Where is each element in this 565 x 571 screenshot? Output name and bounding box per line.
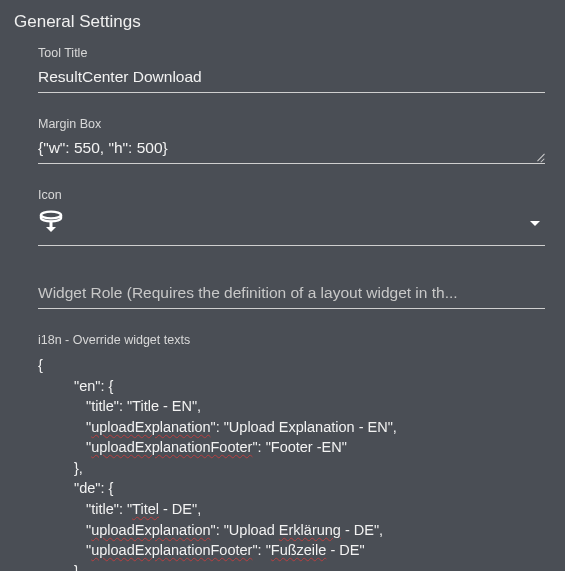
tool-title-label: Tool Title <box>38 46 545 60</box>
widget-role-input[interactable] <box>38 280 545 309</box>
panel-title: General Settings <box>14 8 551 32</box>
margin-box-input[interactable] <box>38 135 545 164</box>
chevron-down-icon <box>529 220 541 228</box>
i18n-label: i18n - Override widget texts <box>38 333 545 347</box>
settings-form: Tool Title Margin Box Icon <box>14 46 551 571</box>
i18n-textarea[interactable]: {"en": { "title": "Title - EN", "uploadE… <box>38 351 545 571</box>
tool-title-input[interactable] <box>38 64 545 93</box>
icon-label: Icon <box>38 188 545 202</box>
tool-title-field: Tool Title <box>38 46 545 93</box>
margin-box-label: Margin Box <box>38 117 545 131</box>
svg-point-0 <box>41 212 61 219</box>
i18n-field: i18n - Override widget texts {"en": { "t… <box>38 333 545 571</box>
icon-select[interactable] <box>38 206 545 246</box>
download-stack-icon <box>38 210 64 237</box>
icon-field: Icon <box>38 188 545 246</box>
general-settings-panel: General Settings Tool Title Margin Box I… <box>0 0 565 571</box>
widget-role-field <box>38 280 545 309</box>
margin-box-field: Margin Box <box>38 117 545 164</box>
